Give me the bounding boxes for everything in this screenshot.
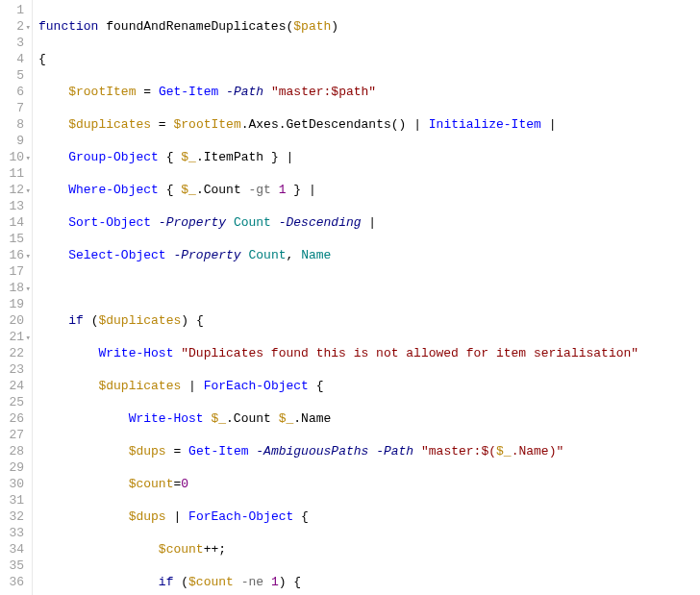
line-number: 16 — [4, 247, 24, 263]
code-line: $dups | ForEach-Object { — [38, 508, 638, 525]
line-number: 11 — [4, 165, 24, 182]
code-line: $count=0 — [38, 476, 638, 492]
line-number: 33 — [4, 525, 24, 541]
line-number: 10 — [4, 149, 24, 165]
line-number: 4 — [4, 51, 24, 67]
line-number: 14 — [4, 214, 24, 231]
line-number: 21 — [4, 329, 24, 345]
line-number: 9 — [4, 133, 24, 149]
line-number: 36 — [4, 574, 24, 590]
line-number: 25 — [4, 394, 24, 410]
code-line: Group-Object { $_.ItemPath } | — [38, 149, 638, 165]
line-number: 23 — [4, 361, 24, 378]
line-number: 2 — [4, 18, 24, 35]
code-line: $duplicates | ForEach-Object { — [38, 378, 638, 394]
code-line: Write-Host "Duplicates found this is not… — [38, 345, 638, 361]
code-line: { — [38, 51, 638, 67]
code-line: $count++; — [38, 541, 638, 558]
line-number: 26 — [4, 410, 24, 427]
code-line: $rootItem = Get-Item -Path "master:$path… — [38, 84, 638, 100]
line-number: 15 — [4, 231, 24, 247]
line-number: 35 — [4, 558, 24, 574]
line-number: 1 — [4, 2, 24, 18]
line-number: 6 — [4, 84, 24, 100]
line-number: 34 — [4, 541, 24, 558]
line-number: 20 — [4, 312, 24, 329]
code-line: if ($count -ne 1) { — [38, 574, 638, 590]
line-number: 24 — [4, 378, 24, 394]
line-number: 3 — [4, 35, 24, 51]
code-line: $dups = Get-Item -AmbiguousPaths -Path "… — [38, 443, 638, 459]
line-number: 18 — [4, 280, 24, 296]
line-number: 19 — [4, 296, 24, 312]
code-line: Where-Object { $_.Count -gt 1 } | — [38, 182, 638, 198]
line-number: 22 — [4, 345, 24, 361]
line-number: 32 — [4, 508, 24, 525]
line-number-gutter: 1234567891011121314151617181920212223242… — [0, 0, 33, 595]
line-number: 28 — [4, 443, 24, 459]
code-line: Select-Object -Property Count, Name — [38, 247, 638, 263]
code-line: Sort-Object -Property Count -Descending … — [38, 214, 638, 231]
line-number: 13 — [4, 198, 24, 214]
code-line: if ($duplicates) { — [38, 312, 638, 329]
line-number: 5 — [4, 67, 24, 84]
line-number: 31 — [4, 492, 24, 508]
line-number: 30 — [4, 476, 24, 492]
line-number: 12 — [4, 182, 24, 198]
code-editor[interactable]: function foundAndRenameDuplicates($path)… — [33, 0, 644, 595]
code-line: function foundAndRenameDuplicates($path) — [38, 18, 638, 35]
code-line: $duplicates = $rootItem.Axes.GetDescenda… — [38, 116, 638, 133]
line-number: 27 — [4, 427, 24, 443]
line-number: 8 — [4, 116, 24, 133]
code-line — [38, 280, 638, 296]
line-number: 7 — [4, 100, 24, 116]
line-number: 17 — [4, 263, 24, 280]
line-number: 29 — [4, 459, 24, 476]
code-line: Write-Host $_.Count $_.Name — [38, 410, 638, 427]
